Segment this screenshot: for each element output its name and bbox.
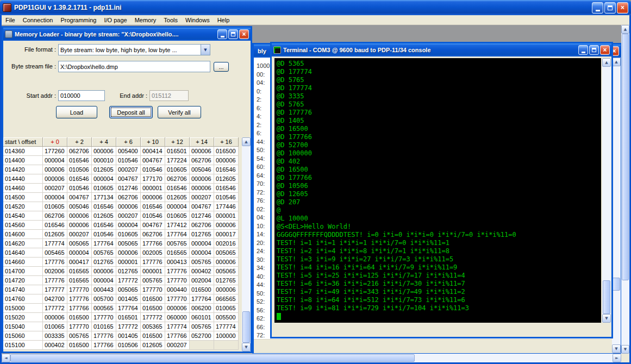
memory-value-cell[interactable]: 000004 — [43, 156, 67, 165]
memory-value-cell[interactable]: 004767 — [116, 174, 141, 184]
memory-value-cell[interactable]: 012765 — [214, 276, 239, 285]
memory-value-cell[interactable]: 010506 — [67, 165, 92, 174]
scroll-up-button[interactable]: ▲ — [242, 137, 251, 146]
memory-value-cell[interactable]: 010605 — [116, 230, 141, 239]
memory-value-cell[interactable]: 177776 — [43, 276, 67, 285]
memory-value-cell[interactable]: 177772 — [141, 313, 165, 322]
memory-value-cell[interactable]: 001405 — [116, 331, 141, 341]
memory-value-cell[interactable]: 000402 — [190, 267, 214, 276]
memory-value-cell[interactable]: 016546 — [165, 184, 190, 193]
memory-value-cell[interactable]: 012605 — [165, 193, 190, 202]
memory-value-cell[interactable]: 005765 — [190, 322, 214, 331]
memory-value-cell[interactable]: 000006 — [165, 304, 190, 313]
workspace-horizontal-scrollbar[interactable]: ◄ ► — [2, 354, 621, 362]
memory-value-cell[interactable]: 042700 — [43, 294, 67, 304]
menu-item-memory[interactable]: Memory — [131, 16, 160, 24]
memory-value-cell[interactable]: 000004 — [92, 276, 116, 285]
memory-value-cell[interactable]: 177770 — [165, 276, 190, 285]
scroll-down-button[interactable]: ▼ — [242, 343, 251, 352]
memory-value-cell[interactable]: 062706 — [141, 230, 165, 239]
memory-value-cell[interactable]: 004767 — [67, 193, 92, 202]
memory-value-cell[interactable]: 012605 — [141, 341, 165, 350]
memory-value-cell[interactable]: 002005 — [141, 248, 165, 258]
memory-value-cell[interactable]: 016565 — [165, 248, 190, 258]
terminal-vertical-scrollbar[interactable]: ▲ ▼ — [602, 58, 611, 323]
menu-item-i-o-page[interactable]: I/O page — [100, 16, 130, 24]
workspace-vertical-scrollbar[interactable]: ▲ ▼ — [621, 25, 629, 354]
menu-item-connection[interactable]: Connection — [19, 16, 57, 24]
memory-value-cell[interactable]: 000001 — [116, 258, 141, 267]
memory-value-cell[interactable]: 002004 — [190, 276, 214, 285]
browse-button[interactable]: ... — [214, 62, 229, 72]
maximize-button[interactable] — [589, 45, 599, 55]
memory-value-cell[interactable]: 005465 — [43, 248, 67, 258]
memory-value-cell[interactable]: 177766 — [67, 304, 92, 313]
memory-value-cell[interactable]: 012765 — [190, 230, 214, 239]
scroll-down-button[interactable]: ▼ — [602, 314, 611, 323]
memory-value-cell[interactable]: 010546 — [141, 211, 165, 221]
memory-value-cell[interactable]: 001405 — [116, 294, 141, 304]
load-button[interactable]: Load — [56, 106, 97, 118]
scroll-up-button[interactable]: ▲ — [612, 58, 621, 66]
memory-value-cell[interactable]: 062706 — [165, 174, 190, 184]
memory-value-cell[interactable]: 005065 — [116, 239, 141, 248]
memory-value-cell[interactable]: 016546 — [141, 202, 165, 211]
memory-value-cell[interactable]: 177770 — [67, 285, 92, 294]
scrollbar-thumb[interactable] — [622, 34, 629, 280]
memory-value-cell[interactable]: 010605 — [165, 165, 190, 174]
memory-value-cell[interactable]: 177770 — [141, 285, 165, 294]
scroll-up-button[interactable]: ▲ — [621, 25, 629, 34]
memory-value-cell[interactable]: 000565 — [92, 304, 116, 313]
memory-value-cell[interactable]: 177774 — [43, 239, 67, 248]
memory-value-cell[interactable]: 177770 — [165, 294, 190, 304]
memory-value-cell[interactable]: 177170 — [141, 174, 165, 184]
memory-value-cell[interactable]: 177772 — [116, 322, 141, 331]
memory-value-cell[interactable]: 010546 — [141, 165, 165, 174]
memory-value-cell[interactable]: 005365 — [141, 322, 165, 331]
memory-value-cell[interactable]: 010546 — [67, 184, 92, 193]
memory-value-cell[interactable]: 005065 — [214, 248, 239, 258]
memory-value-cell[interactable]: 177446 — [214, 202, 239, 211]
memory-value-cell[interactable]: 000006 — [116, 248, 141, 258]
memory-value-cell[interactable]: 016501 — [116, 313, 141, 322]
memory-value-cell[interactable]: 000004 — [92, 174, 116, 184]
memory-value-cell[interactable]: 177770 — [67, 322, 92, 331]
memory-value-cell[interactable]: 000006 — [190, 174, 214, 184]
byte-stream-file-input[interactable] — [58, 61, 210, 72]
memory-value-cell[interactable]: 177774 — [214, 322, 239, 331]
memory-value-cell[interactable]: 005500 — [214, 313, 239, 322]
scroll-left-button[interactable]: ◄ — [2, 354, 10, 362]
scrollbar-thumb[interactable] — [603, 280, 610, 314]
scrollbar-thumb[interactable] — [242, 311, 250, 343]
memory-value-cell[interactable]: 177776 — [141, 258, 165, 267]
memory-value-cell[interactable]: 005065 — [67, 239, 92, 248]
memory-value-cell[interactable]: 177766 — [141, 239, 165, 248]
memory-value-cell[interactable]: 012746 — [116, 184, 141, 193]
memory-value-cell[interactable]: 005765 — [67, 331, 92, 341]
memory-value-cell[interactable]: 012746 — [190, 211, 214, 221]
memory-value-cell[interactable]: 016546 — [43, 221, 67, 230]
memory-value-cell[interactable]: 066565 — [214, 294, 239, 304]
main-titlebar[interactable]: PDP11GUI v 1.39.2.1711 - pdp11.ini × — [0, 0, 631, 15]
memory-value-cell[interactable]: 016500 — [141, 304, 165, 313]
memory-value-cell[interactable]: 005765 — [165, 239, 190, 248]
memory-value-cell[interactable]: 002006 — [43, 267, 67, 276]
memory-value-cell[interactable]: 016565 — [67, 267, 92, 276]
close-button[interactable]: × — [617, 2, 628, 14]
memory-value-cell[interactable]: 012605 — [92, 165, 116, 174]
deposit-all-button[interactable]: Deposit all — [109, 106, 153, 118]
memory-value-cell[interactable]: 177774 — [165, 322, 190, 331]
memory-value-cell[interactable]: 000006 — [141, 193, 165, 202]
memory-value-cell[interactable]: 000006 — [116, 202, 141, 211]
memory-value-cell[interactable]: 010605 — [43, 202, 67, 211]
maximize-button[interactable] — [604, 2, 616, 14]
memory-value-cell[interactable]: 010546 — [214, 193, 239, 202]
menu-item-tools[interactable]: Tools — [160, 16, 182, 24]
memory-value-cell[interactable]: 010065 — [43, 322, 67, 331]
memory-value-cell[interactable]: 177776 — [43, 258, 67, 267]
close-button[interactable]: × — [239, 29, 249, 39]
memory-value-cell[interactable]: 005046 — [190, 165, 214, 174]
memory-value-cell[interactable]: 177770 — [92, 313, 116, 322]
memory-value-cell[interactable]: 177412 — [165, 221, 190, 230]
memory-value-cell[interactable]: 000001 — [141, 184, 165, 193]
